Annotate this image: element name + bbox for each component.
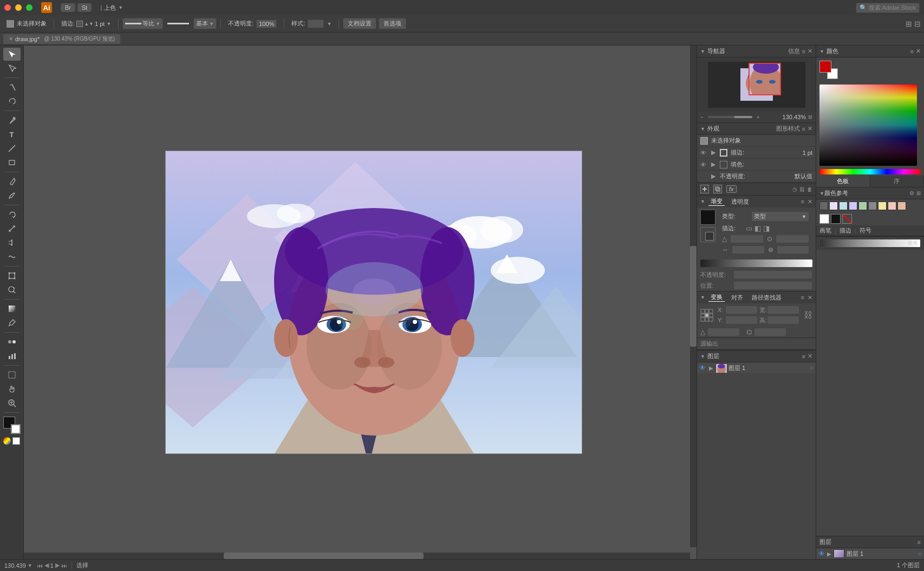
ref-swatch-7[interactable]: [888, 202, 896, 210]
gradient-start-swatch[interactable]: [700, 210, 715, 225]
ref-swatch-8[interactable]: [897, 202, 906, 210]
ref-swatch-null-1[interactable]: [868, 202, 877, 210]
doc-settings-button[interactable]: 文档设置: [343, 18, 376, 29]
mode-selector[interactable]: 上色: [104, 4, 116, 12]
appearance-menu-btn[interactable]: ≡: [802, 126, 805, 132]
artboard-btn[interactable]: [3, 368, 21, 381]
hue-bar[interactable]: [819, 169, 921, 174]
transform-origin-grid[interactable]: [700, 309, 713, 322]
x-input[interactable]: [725, 306, 758, 314]
angle-input[interactable]: [730, 235, 764, 243]
scale-btn[interactable]: [3, 222, 21, 235]
transparency-tab[interactable]: 透明度: [729, 198, 751, 206]
pencil-btn[interactable]: [3, 189, 21, 202]
transparency-collapse-btn[interactable]: ▼: [700, 199, 705, 204]
stroke-color-swatch[interactable]: [720, 149, 727, 157]
stroke-control[interactable]: 描边: ▲▼ 1 pt ▼: [58, 18, 114, 29]
first-page-btn[interactable]: ⏮: [37, 562, 43, 569]
tab-close-icon[interactable]: ✕: [9, 36, 13, 42]
color-panel-layer-expand[interactable]: ▶: [827, 551, 831, 557]
stock-search-placeholder[interactable]: 搜索 Adobe Stock: [869, 4, 916, 12]
nav-fit-btn[interactable]: ⊞: [808, 114, 812, 120]
fx-clock-btn[interactable]: ◷: [792, 186, 797, 192]
transform-menu-btn[interactable]: ≡: [801, 294, 804, 301]
shape-builder-btn[interactable]: [3, 283, 21, 296]
lasso-btn[interactable]: [3, 95, 21, 108]
hand-btn[interactable]: [3, 382, 21, 395]
opacity-expand-arrow[interactable]: ▶: [711, 173, 717, 180]
ref-swatch-6[interactable]: [878, 202, 887, 210]
fg-color-swatch[interactable]: [819, 61, 831, 73]
fx-dup-btn[interactable]: [713, 185, 722, 193]
rotate-btn[interactable]: [3, 208, 21, 221]
fx-del-btn[interactable]: 🗑: [807, 186, 812, 192]
layer-1-expand-btn[interactable]: ▶: [709, 365, 713, 371]
zoom-plus-btn[interactable]: +: [757, 114, 760, 120]
selection-tool-btn[interactable]: [3, 48, 21, 61]
v-scrollbar[interactable]: [690, 46, 697, 547]
bridge-tab[interactable]: Br: [61, 3, 75, 12]
color-menu-btn[interactable]: ≡: [910, 48, 914, 55]
appearance-stroke-row[interactable]: 👁 ▶ 描边: 1 pt: [697, 147, 816, 159]
stroke-swatch[interactable]: [11, 424, 21, 434]
stock-tab[interactable]: St: [77, 3, 92, 12]
navigator-collapse-btn[interactable]: ▼: [700, 49, 705, 54]
paintbrush-btn[interactable]: [3, 175, 21, 188]
fill-visibility-eye[interactable]: 👁: [700, 161, 708, 168]
fill-expand-arrow[interactable]: ▶: [711, 161, 717, 168]
type-btn[interactable]: T: [3, 128, 21, 141]
position-input[interactable]: [733, 281, 812, 290]
navigator-close-btn[interactable]: ✕: [808, 48, 812, 55]
v-scrollbar-thumb[interactable]: [690, 246, 697, 346]
ref-swatch-4[interactable]: [849, 202, 857, 210]
info-tab-btn[interactable]: 信息: [788, 47, 800, 55]
pen-btn[interactable]: [3, 114, 21, 127]
status-zoom-arrow[interactable]: ▼: [28, 563, 32, 568]
h-scrollbar[interactable]: [24, 553, 690, 559]
layers-close-btn[interactable]: ✕: [808, 353, 812, 360]
gradient-strip[interactable]: 基本: [819, 239, 921, 248]
aspect-input[interactable]: [776, 235, 809, 243]
stroke-expand-arrow[interactable]: ▶: [711, 149, 717, 156]
next-page-btn[interactable]: ▶: [55, 562, 60, 569]
color-close-btn[interactable]: ✕: [916, 48, 921, 55]
stroke-visibility-eye[interactable]: 👁: [700, 150, 708, 156]
gradient-end-swatch[interactable]: [700, 227, 715, 242]
color-panel-layer-vis[interactable]: ○: [918, 550, 922, 557]
ref-swatch-1[interactable]: [819, 202, 828, 210]
color-panel-layer-eye[interactable]: 👁: [818, 550, 825, 557]
color-ref-grid-btn[interactable]: ⊞: [916, 190, 921, 196]
line-btn[interactable]: [3, 142, 21, 155]
color-ref-settings-btn[interactable]: ⚙: [909, 190, 914, 196]
align-tab[interactable]: 对齐: [729, 294, 745, 302]
maximize-button[interactable]: [26, 4, 32, 11]
color-guide-tab[interactable]: 色板: [816, 176, 870, 187]
angle-input-field[interactable]: [707, 328, 740, 336]
graphic-styles-tab[interactable]: 图形样式: [776, 125, 800, 133]
layer-1-vis-btn[interactable]: ○: [810, 365, 814, 371]
opacity-input[interactable]: [733, 270, 812, 279]
layer-1-eye-btn[interactable]: 👁: [699, 364, 706, 372]
layers-menu-btn[interactable]: ≡: [802, 353, 805, 360]
none-swatch[interactable]: [842, 214, 852, 224]
fx-link-btn[interactable]: ⛓: [799, 186, 805, 192]
dither-input[interactable]: [777, 245, 810, 254]
eyedropper-btn[interactable]: [3, 316, 21, 329]
navigator-menu-btn[interactable]: ≡: [802, 48, 805, 55]
fill-color-swatch[interactable]: [720, 161, 727, 168]
appearance-fill-row[interactable]: 👁 ▶ 填色:: [697, 159, 816, 171]
reverse-input[interactable]: [732, 245, 765, 254]
file-tab[interactable]: ✕ draw.jpg* @ 130.43% (RGB/GPU 预览): [3, 34, 120, 44]
brushes-tab[interactable]: 画笔: [819, 226, 831, 235]
transform-collapse-btn[interactable]: ▼: [700, 295, 705, 300]
arrange-btn[interactable]: ⊟: [914, 20, 921, 28]
appearance-close-btn[interactable]: ✕: [808, 125, 812, 132]
y-input[interactable]: [725, 316, 758, 325]
proportion-dropdown[interactable]: 等比 ▼: [122, 18, 163, 29]
preferences-button[interactable]: 首选项: [379, 18, 406, 29]
fill-stroke-swatches[interactable]: [3, 417, 21, 434]
color-panel-layer-row[interactable]: 👁 ▶ 图层 1 ○: [816, 548, 924, 559]
color-collapse-btn[interactable]: ▼: [819, 49, 824, 54]
zoom-btn[interactable]: [3, 397, 21, 410]
width-btn[interactable]: [3, 236, 21, 249]
